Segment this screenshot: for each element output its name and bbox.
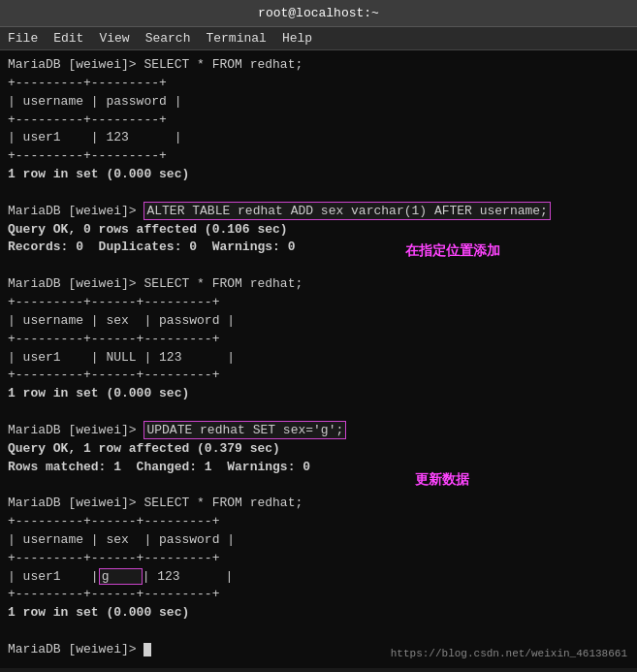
terminal-line: +---------+------+---------+: [8, 586, 629, 604]
menu-search[interactable]: Search: [145, 31, 191, 46]
terminal-line: [8, 184, 629, 203]
terminal-line: Query OK, 1 row affected (0.379 sec): [8, 440, 629, 459]
menu-help[interactable]: Help: [282, 31, 312, 46]
menu-edit[interactable]: Edit: [53, 31, 83, 46]
terminal-line: 1 row in set (0.000 sec): [8, 604, 629, 623]
terminal-line: [8, 623, 629, 641]
cursor: [143, 643, 151, 656]
terminal-line: | user1 | 123 |: [8, 129, 629, 147]
terminal-line: 1 row in set (0.000 sec): [8, 385, 629, 403]
terminal-line: +---------+------+---------+: [8, 513, 629, 531]
terminal-body[interactable]: MariaDB [weiwei]> SELECT * FROM redhat; …: [0, 50, 637, 668]
footer-url: https://blog.csdn.net/weixin_46138661: [391, 647, 627, 662]
terminal-line: | username | sex | password |: [8, 312, 629, 331]
terminal-line: | username | password |: [8, 93, 629, 112]
annotation-update: 更新数据: [415, 469, 469, 489]
terminal-line: Records: 0 Duplicates: 0 Warnings: 0: [8, 239, 629, 257]
terminal-line: Rows matched: 1 Changed: 1 Warnings: 0: [8, 459, 629, 477]
menu-file[interactable]: File: [8, 31, 38, 46]
title-text: root@localhost:~: [258, 6, 379, 20]
terminal-line: +---------+------+---------+: [8, 550, 629, 568]
menu-bar: File Edit View Search Terminal Help: [0, 27, 637, 50]
menu-terminal[interactable]: Terminal: [206, 31, 266, 46]
terminal-line: MariaDB [weiwei]> SELECT * FROM redhat;: [8, 56, 629, 75]
terminal-line: +---------+------+---------+: [8, 367, 629, 385]
terminal-line: | user1 |g | 123 |: [8, 568, 629, 587]
terminal-line: +---------+---------+: [8, 112, 629, 130]
terminal-line: Query OK, 0 rows affected (0.106 sec): [8, 221, 629, 240]
terminal-line: +---------+------+---------+: [8, 331, 629, 349]
terminal-line: 1 row in set (0.000 sec): [8, 166, 629, 184]
terminal-line-alter: MariaDB [weiwei]> ALTER TABLE redhat ADD…: [8, 203, 629, 221]
terminal-line: +---------+---------+: [8, 75, 629, 93]
terminal-line: [8, 257, 629, 275]
terminal-line: MariaDB [weiwei]> SELECT * FROM redhat;: [8, 495, 629, 513]
terminal-line: | username | sex | password |: [8, 531, 629, 550]
terminal-line-update: MariaDB [weiwei]> UPDATE redhat SET sex=…: [8, 422, 629, 440]
annotation-add: 在指定位置添加: [405, 240, 500, 260]
menu-view[interactable]: View: [99, 31, 129, 46]
title-bar: root@localhost:~: [0, 0, 637, 27]
terminal-line: [8, 403, 629, 422]
terminal-line: MariaDB [weiwei]> SELECT * FROM redhat;: [8, 275, 629, 294]
terminal-line: [8, 476, 629, 495]
terminal-line: | user1 | NULL | 123 |: [8, 349, 629, 368]
terminal-line: +---------+------+---------+: [8, 294, 629, 312]
terminal-line: +---------+---------+: [8, 147, 629, 166]
